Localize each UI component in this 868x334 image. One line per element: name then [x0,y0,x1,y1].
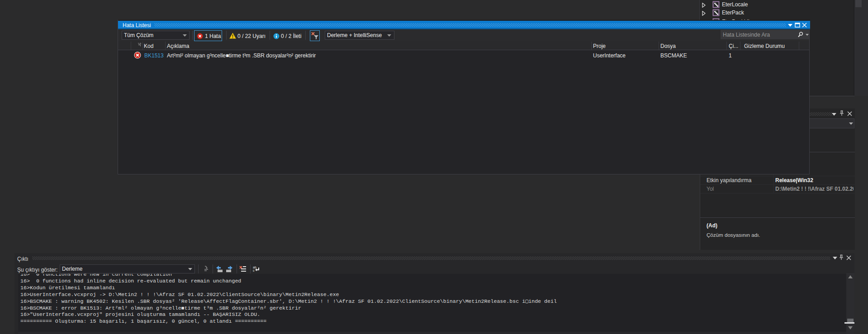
svg-text:c: c [253,269,255,272]
svg-text:ab: ab [253,266,256,269]
